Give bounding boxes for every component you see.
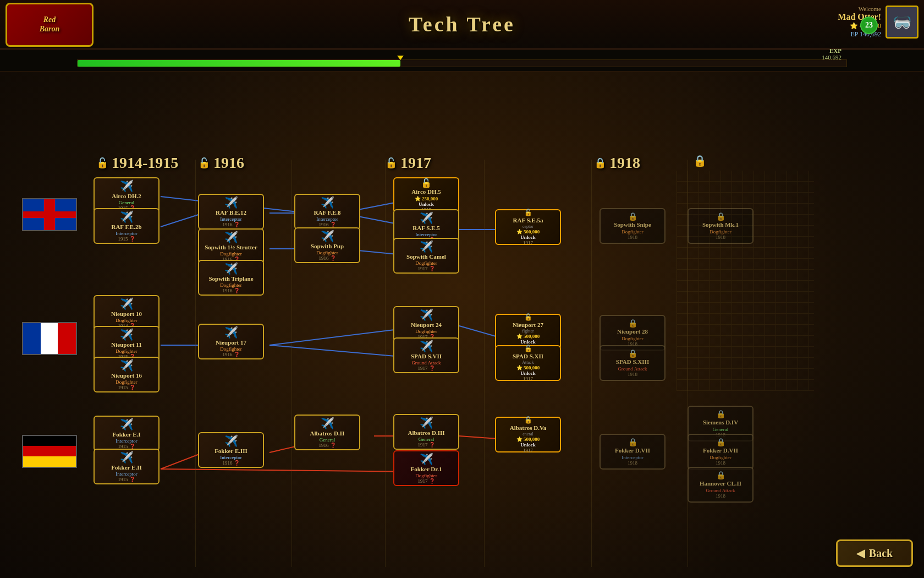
- plane-airco-dh5[interactable]: 🔓 Airco DH.5 ⭐ 250,000 Unlock 1917: [393, 177, 459, 213]
- plane-albatros-dva[interactable]: 🔓 Albatros D.Va eneral ⭐ 500,000 Unlock …: [495, 417, 561, 452]
- bg-texture: [676, 171, 814, 391]
- era-1918-lock: 🔒: [594, 157, 606, 169]
- divider-1917: [385, 160, 386, 567]
- plane-raf-be12[interactable]: ✈️ RAF B.E.12 Interceptor 1916 ❓: [198, 194, 264, 230]
- svg-line-16: [161, 469, 426, 472]
- svg-line-15: [459, 436, 498, 439]
- era-1917-header: 🔓 1917: [385, 154, 431, 172]
- page-title: Tech Tree: [409, 12, 515, 36]
- era-1917-label: 1917: [400, 154, 431, 172]
- era-1916-label: 1916: [213, 154, 244, 172]
- plane-raf-se5a[interactable]: 🔓 RAF S.E.5a ceptor ⭐ 500,000 Unlock 191…: [495, 209, 561, 245]
- plane-fokker-e1[interactable]: ✈️ Fokker E.I Interceptor 1915 ❓: [94, 416, 160, 451]
- svg-line-2: [161, 213, 204, 227]
- divider-1916: [195, 160, 196, 567]
- exp-arrow: [397, 56, 404, 60]
- back-button[interactable]: ◀ Back: [836, 539, 913, 567]
- back-arrow-icon: ◀: [856, 547, 865, 560]
- back-label: Back: [869, 547, 893, 560]
- plane-sopwith-triplane[interactable]: ✈️ Sopwith Triplane Dogfighter 1916 ❓: [198, 260, 264, 296]
- plane-sopwith-camel[interactable]: ✈️ Sopwith Camel Dogfighter 1917 ❓: [393, 238, 459, 274]
- header: RedBaron Tech Tree Welcome Mad Otter! ⭐ …: [0, 0, 924, 50]
- plane-fokker-e2[interactable]: ✈️ Fokker E.II Interceptor 1915 ❓: [94, 449, 160, 484]
- era-1918-header: 🔒 1918: [594, 154, 640, 172]
- plane-hannover-cl[interactable]: 🔒 Hannover CL.II Ground Attack 1918: [688, 467, 754, 503]
- exp-bar-container: [77, 59, 847, 67]
- welcome-text: Welcome: [838, 6, 881, 12]
- game-logo: RedBaron: [6, 3, 94, 47]
- exp-bar-area: EXP 140,692: [0, 50, 924, 72]
- plane-spad-s13[interactable]: 🔒 SPAD S.XIII Ground Attack 1918: [600, 345, 666, 381]
- era-1914-lock: 🔓: [96, 157, 108, 169]
- flag-german: [22, 435, 77, 468]
- plane-sopwith-strutter[interactable]: ✈️ Sopwith 1½ Strutter Dogfighter 1916 ❓: [198, 228, 264, 264]
- plane-nieuport24[interactable]: ✈️ Nieuport 24 Dogfighter 1917 ❓: [393, 306, 459, 342]
- plane-spad-s12[interactable]: 🔓 SPAD S.XII Attack ⭐ 500,000 Unlock 191…: [495, 345, 561, 381]
- plane-fokker-d7-int[interactable]: 🔒 Fokker D.VII Interceptor 1918: [600, 434, 666, 470]
- plane-fokker-dr1[interactable]: ✈️ Fokker Dr.1 Dogfighter 1917 ❓: [393, 450, 459, 486]
- exp-bar-fill: [78, 60, 400, 67]
- level-badge: 23: [860, 17, 878, 34]
- player-info: Welcome Mad Otter! ⭐ 470,000 EP 140,692 …: [838, 6, 919, 39]
- era-1917-lock: 🔓: [385, 157, 397, 169]
- main-content: 🔓 1914-1915 🔓 1916 🔓 1917 🔒 1918 🔒: [0, 72, 924, 578]
- era-1918-label: 1918: [609, 154, 640, 172]
- plane-fokker-d7-dog[interactable]: 🔒 Fokker D.VII Dogfighter 1918: [688, 434, 754, 470]
- plane-fokker-e3[interactable]: ✈️ Fokker E.III Interceptor 1916 ❓: [198, 432, 264, 468]
- plane-sopwith-pup[interactable]: ✈️ Sopwith Pup Dogfighter 1916 ❓: [294, 227, 360, 263]
- era-1914-label: 1914-1915: [112, 154, 178, 172]
- exp-label: EXP: [822, 47, 842, 54]
- divider-1916b: [292, 160, 292, 567]
- tech-tree-container: 🔓 1914-1915 🔓 1916 🔓 1917 🔒 1918 🔒: [0, 72, 924, 578]
- era-extra-lock: 🔒: [693, 154, 707, 167]
- flag-french: [22, 322, 77, 355]
- flag-british: [22, 198, 77, 231]
- svg-line-12: [161, 452, 204, 469]
- plane-albatros-d3[interactable]: ✈️ Albatros D.III General 1917 ❓: [393, 414, 459, 450]
- plane-albatros-d2[interactable]: ✈️ Albatros D.II General 1916 ❓: [294, 415, 360, 450]
- plane-nieuport16[interactable]: ✈️ Nieuport 16 Dogfighter 1915 ❓: [94, 357, 160, 392]
- svg-line-11: [459, 326, 498, 337]
- plane-raf-fe8[interactable]: ✈️ RAF F.E.8 Interceptor 1916 ❓: [294, 194, 360, 230]
- plane-spad-s7[interactable]: ✈️ SPAD S.VII Ground Attack 1917 ❓: [393, 337, 459, 373]
- plane-sopwith-snipe[interactable]: 🔒 Sopwith Snipe Dogfighter 1918: [600, 208, 666, 244]
- era-1914-header: 🔓 1914-1915: [96, 154, 178, 172]
- player-avatar: 🥽: [886, 6, 919, 39]
- era-1916-header: 🔓 1916: [198, 154, 244, 172]
- plane-nieuport17[interactable]: ✈️ Nieuport 17 Dogfighter 1916 ❓: [198, 324, 264, 359]
- plane-raf-fe2b[interactable]: ✈️ RAF F.E.2b Interceptor 1915 ❓: [94, 208, 160, 244]
- divider-1917b: [484, 160, 485, 567]
- divider-1918: [591, 160, 592, 567]
- era-1916-lock: 🔓: [198, 157, 210, 169]
